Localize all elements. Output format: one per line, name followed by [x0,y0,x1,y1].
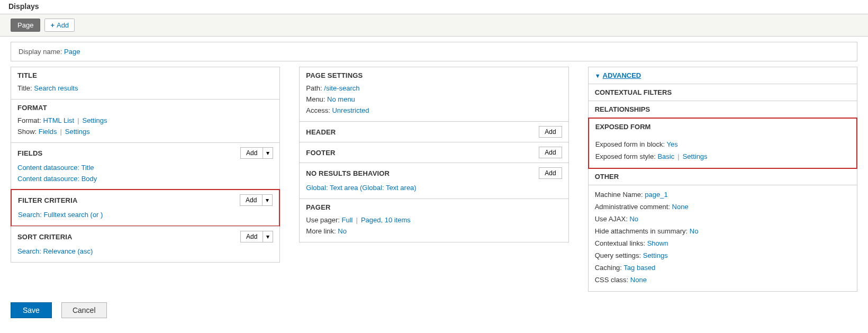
filter-fulltext-link[interactable]: Search: Fulltext search (or ) [18,211,103,219]
pager-paged-link[interactable]: Paged, 10 items [361,216,411,224]
field-body-link[interactable]: Content datasource: Body [17,175,97,183]
path-link[interactable]: /site-search [324,84,359,92]
exposed-style-settings-link[interactable]: Settings [683,152,708,160]
pager-full-link[interactable]: Full [342,216,353,224]
format-settings-link[interactable]: Settings [83,116,107,124]
right-column: ▼ADVANCED CONTEXTUAL FILTERS RELATIONSHI… [588,67,857,292]
relationships-head[interactable]: RELATIONSHIPS [589,101,857,118]
exposed-block-link[interactable]: Yes [667,140,678,148]
add-field-button[interactable]: Add [240,147,263,159]
machine-name-link[interactable]: page_1 [645,191,667,199]
use-ajax-link[interactable]: No [629,215,638,223]
panel-head-title: TITLE [17,71,273,79]
display-name-row: Display name: Page [11,42,857,61]
add-sort-dropdown[interactable]: ▾ [263,231,273,242]
add-sort-button[interactable]: Add [240,231,263,242]
page-title: Displays [0,0,868,14]
exposed-form-box: EXPOSED FORM Exposed form in block: Yes … [588,118,857,169]
save-button[interactable]: Save [11,302,52,318]
noresults-textarea-link[interactable]: Global: Text area (Global: Text area) [306,184,416,192]
caching-link[interactable]: Tag based [623,264,655,272]
panel-filter-criteria: FILTER CRITERIA Add ▾ Search: Fulltext s… [11,189,280,227]
cancel-button[interactable]: Cancel [61,302,107,318]
add-display-button[interactable]: +Add [44,19,75,32]
sort-relevance-link[interactable]: Search: Relevance (asc) [17,247,93,255]
add-footer-button[interactable]: Add [539,147,562,158]
other-head[interactable]: OTHER [589,168,857,185]
panel-header: HEADER Add [300,121,568,142]
panel-footer: FOOTER Add [300,142,568,163]
advanced-toggle[interactable]: ▼ADVANCED [589,67,857,84]
panel-fields: FIELDS Add ▾ Content datasource: Title C… [11,142,279,190]
title-link[interactable]: Search results [34,84,78,92]
hide-attachments-link[interactable]: No [690,227,699,235]
admin-comment-link[interactable]: None [672,203,689,211]
morelink-link[interactable]: No [338,227,347,235]
exposed-form-head[interactable]: EXPOSED FORM [589,119,856,135]
left-column: TITLE Title: Search results FORMAT Forma… [11,67,280,263]
panel-pager: PAGER Use pager: Full|Paged, 10 items Mo… [300,199,568,242]
menu-link[interactable]: No menu [327,95,355,103]
show-fields-link[interactable]: Fields [39,128,57,136]
triangle-down-icon: ▼ [595,73,601,79]
plus-icon: + [50,21,55,29]
format-type-link[interactable]: HTML List [43,116,74,124]
panel-format: FORMAT Format: HTML List|Settings Show: … [11,99,279,142]
add-filter-dropdown[interactable]: ▾ [263,194,273,206]
css-class-link[interactable]: None [630,276,647,284]
add-header-button[interactable]: Add [539,126,562,138]
panel-sort-criteria: SORT CRITERIA Add ▾ Search: Relevance (a… [11,226,279,262]
panel-page-settings: PAGE SETTINGS Path: /site-search Menu: N… [300,67,568,121]
access-link[interactable]: Unrestricted [332,106,369,114]
add-field-dropdown[interactable]: ▾ [263,147,273,159]
displays-tabs: Page +Add [0,14,868,37]
contextual-filters-head[interactable]: CONTEXTUAL FILTERS [589,84,857,101]
footer-buttons: Save Cancel [0,292,868,318]
display-name-label: Display name: [19,48,62,56]
middle-column: PAGE SETTINGS Path: /site-search Menu: N… [299,67,568,242]
exposed-style-link[interactable]: Basic [657,152,674,160]
display-name-value[interactable]: Page [64,48,80,56]
add-filter-button[interactable]: Add [240,194,263,206]
tab-page[interactable]: Page [11,19,40,32]
show-settings-link[interactable]: Settings [65,128,90,136]
panel-no-results: NO RESULTS BEHAVIOR Add Global: Text are… [300,163,568,199]
contextual-links-link[interactable]: Shown [647,239,668,247]
query-settings-link[interactable]: Settings [643,251,668,259]
add-noresults-button[interactable]: Add [539,167,562,179]
panel-title: TITLE Title: Search results [11,67,279,99]
field-title-link[interactable]: Content datasource: Title [17,164,94,172]
